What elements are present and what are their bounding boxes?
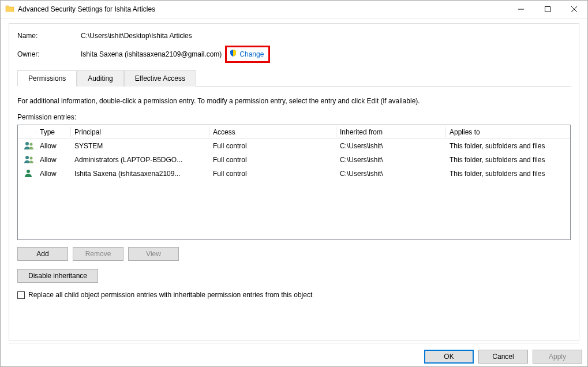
maximize-button[interactable] <box>534 1 561 18</box>
cell-access: Full control <box>209 142 336 150</box>
content-area: Name: C:\Users\ishit\Desktop\Ishita Arti… <box>1 18 587 343</box>
header-type[interactable]: Type <box>36 127 71 137</box>
table-row[interactable]: AllowAdministrators (LAPTOP-B5DGO...Full… <box>18 153 570 167</box>
svg-point-4 <box>30 156 33 159</box>
shield-icon <box>229 49 237 59</box>
header-inherited[interactable]: Inherited from <box>336 127 446 137</box>
group-icon <box>20 141 36 151</box>
cell-applies: This folder, subfolders and files <box>446 156 568 164</box>
window-title: Advanced Security Settings for Ishita Ar… <box>18 5 155 13</box>
svg-point-3 <box>25 156 29 159</box>
user-icon <box>20 169 36 179</box>
disable-inheritance-button[interactable]: Disable inheritance <box>17 269 98 283</box>
dialog-footer: OK Cancel Apply <box>424 350 582 364</box>
replace-checkbox-row: Replace all child object permission entr… <box>17 291 571 299</box>
cell-inherited: C:\Users\ishit\ <box>336 156 446 164</box>
owner-label: Owner: <box>17 50 81 58</box>
cell-principal: SYSTEM <box>71 142 209 150</box>
name-row: Name: C:\Users\ishit\Desktop\Ishita Arti… <box>17 32 571 40</box>
titlebar: Advanced Security Settings for Ishita Ar… <box>1 1 587 18</box>
permission-table[interactable]: Type Principal Access Inherited from App… <box>17 125 571 240</box>
cell-access: Full control <box>209 156 336 164</box>
instruction-text: For additional information, double-click… <box>17 97 571 105</box>
permission-entries-label: Permission entries: <box>17 113 571 121</box>
header-applies[interactable]: Applies to <box>446 127 568 137</box>
svg-rect-0 <box>545 7 550 12</box>
inner-frame: Name: C:\Users\ishit\Desktop\Ishita Arti… <box>9 23 579 340</box>
add-button[interactable]: Add <box>17 247 68 261</box>
ok-button[interactable]: OK <box>424 350 474 364</box>
tab-auditing[interactable]: Auditing <box>77 70 123 87</box>
cell-type: Allow <box>36 170 71 178</box>
table-header: Type Principal Access Inherited from App… <box>18 125 570 139</box>
cell-applies: This folder, subfolders and files <box>446 142 568 150</box>
owner-row: Owner: Ishita Saxena (ishitasaxena2109@g… <box>17 46 571 63</box>
table-row[interactable]: AllowSYSTEMFull controlC:\Users\ishit\Th… <box>18 139 570 153</box>
svg-point-2 <box>30 143 33 145</box>
change-owner-link[interactable]: Change <box>239 50 264 58</box>
svg-point-1 <box>25 142 29 145</box>
name-value: C:\Users\ishit\Desktop\Ishita Articles <box>81 32 192 40</box>
cell-principal: Administrators (LAPTOP-B5DGO... <box>71 156 209 164</box>
cell-inherited: C:\Users\ishit\ <box>336 170 446 178</box>
cell-type: Allow <box>36 156 71 164</box>
cancel-button[interactable]: Cancel <box>478 350 528 364</box>
apply-button[interactable]: Apply <box>533 350 582 364</box>
replace-checkbox[interactable] <box>17 291 25 299</box>
table-row[interactable]: AllowIshita Saxena (ishitasaxena2109...F… <box>18 167 570 181</box>
remove-button[interactable]: Remove <box>73 247 123 261</box>
cell-access: Full control <box>209 170 336 178</box>
window-controls <box>508 1 587 18</box>
folder-icon <box>5 4 14 15</box>
replace-checkbox-label: Replace all child object permission entr… <box>28 291 312 299</box>
cell-inherited: C:\Users\ishit\ <box>336 142 446 150</box>
owner-value: Ishita Saxena (ishitasaxena2109@gmail.co… <box>81 50 222 58</box>
tab-permissions[interactable]: Permissions <box>17 70 77 87</box>
header-access[interactable]: Access <box>209 127 336 137</box>
view-button[interactable]: View <box>128 247 179 261</box>
group-icon <box>20 155 36 165</box>
cell-type: Allow <box>36 142 71 150</box>
tab-effective-access[interactable]: Effective Access <box>124 70 196 87</box>
cell-principal: Ishita Saxena (ishitasaxena2109... <box>71 170 209 178</box>
header-principal[interactable]: Principal <box>71 127 209 137</box>
name-label: Name: <box>17 32 81 40</box>
minimize-button[interactable] <box>508 1 534 18</box>
change-highlight: Change <box>225 46 270 63</box>
entry-buttons-row: Add Remove View <box>17 247 571 261</box>
close-button[interactable] <box>561 1 587 18</box>
tabs: Permissions Auditing Effective Access <box>17 70 571 87</box>
svg-point-5 <box>27 170 30 173</box>
cell-applies: This folder, subfolders and files <box>446 170 568 178</box>
